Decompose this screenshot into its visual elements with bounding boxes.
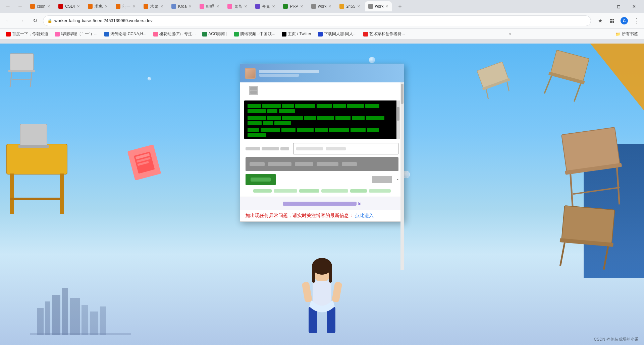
- tab-wy[interactable]: 问一 ✕: [112, 1, 139, 11]
- girl-character: [288, 251, 356, 345]
- close-button[interactable]: ✕: [627, 1, 641, 12]
- forward-nav-button[interactable]: →: [16, 15, 27, 26]
- svg-line-26: [560, 243, 565, 266]
- card-scrollbar[interactable]: [400, 82, 404, 270]
- tab-bili[interactable]: 哔哩 ✕: [196, 1, 223, 11]
- tab-pikp[interactable]: PikP ✕: [280, 1, 307, 11]
- svg-rect-52: [250, 91, 257, 94]
- tab-close-icon[interactable]: ✕: [385, 4, 388, 9]
- chair-topright: [537, 45, 597, 109]
- link-blur-3: [299, 189, 319, 193]
- form-input-box[interactable]: [293, 143, 398, 154]
- new-tab-button[interactable]: +: [394, 1, 405, 12]
- small-gray-button[interactable]: [372, 176, 392, 183]
- bookmark-hh[interactable]: 鸿鹄论坛-CCNA,H...: [102, 30, 149, 38]
- url-bar[interactable]: 🔒 worker-falling-base-5eee.2453139969.wo…: [43, 15, 591, 26]
- menu-icon[interactable]: ⋮: [631, 16, 641, 26]
- tab-qg2[interactable]: 求鬼 ✕: [140, 1, 167, 11]
- tab-quark[interactable]: 夸克 ✕: [252, 1, 278, 11]
- tab-gc[interactable]: 鬼畜 ✕: [224, 1, 251, 11]
- bookmark-label: 哔哩哔哩（ ´ 一`）...: [61, 31, 98, 37]
- tab-close-icon[interactable]: ✕: [300, 4, 303, 9]
- bookmark-baidu[interactable]: 百度一下，你就知道: [3, 30, 51, 38]
- svg-line-17: [544, 75, 552, 94]
- tab-2455[interactable]: 2455 ✕: [336, 1, 364, 11]
- bookmark-label: 下载同人志·同人...: [324, 31, 357, 37]
- tab-qg1[interactable]: 求鬼 ✕: [85, 1, 111, 11]
- tab-favicon: [283, 4, 288, 9]
- reload-button[interactable]: ↻: [30, 15, 40, 26]
- svg-rect-32: [37, 308, 44, 335]
- tab-label: 求鬼: [95, 4, 103, 9]
- small-btn-dot: •: [397, 177, 398, 182]
- tab-close-icon[interactable]: ✕: [216, 4, 219, 9]
- tab-close-icon[interactable]: ✕: [47, 4, 50, 9]
- svg-rect-34: [52, 295, 60, 335]
- form-area: •: [240, 142, 404, 197]
- tab-close-icon[interactable]: ✕: [244, 4, 247, 9]
- terminal-section: }: [240, 98, 404, 142]
- bookmark-dl[interactable]: 下载同人志·同人...: [315, 30, 359, 38]
- card-scroll-thumb[interactable]: [401, 84, 404, 104]
- tab-favicon: [144, 4, 148, 9]
- tab-close-icon[interactable]: ✕: [77, 4, 80, 9]
- bili-favicon: [55, 32, 60, 37]
- tab-close-icon[interactable]: ✕: [328, 4, 331, 9]
- chair-bottom-right: [554, 202, 620, 274]
- tab-csdn[interactable]: csdn ✕: [27, 1, 54, 11]
- title-bar: ← → csdn ✕ CSDI ✕ 求鬼 ✕ 问一 ✕ 求鬼 ✕: [0, 0, 644, 13]
- bookmark-acg[interactable]: ACG港湾 |: [200, 30, 230, 38]
- svg-line-6: [10, 72, 12, 87]
- svg-line-27: [604, 246, 608, 270]
- user-profile-icon[interactable]: G: [619, 16, 629, 26]
- restore-button[interactable]: ◻: [611, 1, 626, 12]
- link-blur-6: [369, 189, 391, 193]
- more-bookmarks-button[interactable]: »: [507, 30, 514, 38]
- bookmark-bili[interactable]: 哔哩哔哩（ ´ 一`）...: [52, 30, 100, 38]
- desk-yellow-left: [0, 124, 74, 221]
- svg-line-30: [485, 89, 490, 99]
- form-row-1: [246, 143, 398, 154]
- purple-link-text[interactable]: [283, 202, 357, 206]
- terminal-scroll-thumb[interactable]: [397, 107, 399, 121]
- bookmark-twitter-home[interactable]: 主页 / Twitter: [279, 30, 314, 38]
- tab-close-icon[interactable]: ✕: [357, 4, 360, 9]
- back-nav-button[interactable]: ←: [3, 15, 13, 26]
- bottom-notice: 如出现任何异常问题，请实时关注博客的最新信息： 点此进入: [240, 210, 404, 221]
- tab-work1[interactable]: work ✕: [308, 1, 335, 11]
- bookmark-sakura[interactable]: 樱花动漫(P) - 专注...: [151, 30, 199, 38]
- back-button[interactable]: ←: [3, 1, 13, 12]
- notice-link[interactable]: 点此进入: [355, 213, 374, 219]
- bookmark-all[interactable]: 📁 所有书签: [613, 30, 641, 38]
- tab-close-icon[interactable]: ✕: [132, 4, 136, 9]
- terminal-scrollbar[interactable]: [396, 100, 400, 139]
- page-background: CSDN @伪装成塔的小乘: [0, 44, 644, 345]
- acg-favicon: [202, 32, 207, 37]
- tab-close-icon[interactable]: ✕: [105, 4, 108, 9]
- minimize-button[interactable]: –: [596, 1, 610, 12]
- purple-link-suffix[interactable]: te: [358, 201, 362, 206]
- tab-krda[interactable]: Krda ✕: [168, 1, 195, 11]
- action-row: •: [246, 174, 398, 185]
- green-submit-button[interactable]: [246, 174, 276, 185]
- chair-float1: [475, 60, 515, 101]
- tab-label: 问一: [122, 4, 130, 9]
- tab-csdi[interactable]: CSDI ✕: [55, 1, 83, 11]
- svg-rect-11: [60, 174, 64, 214]
- extensions-icon[interactable]: [607, 16, 617, 26]
- url-text[interactable]: worker-falling-base-5eee.2453139969.work…: [54, 18, 153, 23]
- svg-rect-1: [612, 19, 614, 20]
- bookmark-star-icon[interactable]: ★: [595, 16, 605, 26]
- tab-close-icon[interactable]: ✕: [189, 4, 192, 9]
- tab-close-icon[interactable]: ✕: [272, 4, 275, 9]
- tab-work2-active[interactable]: work ✕: [365, 1, 392, 11]
- bookmark-tencent[interactable]: 腾讯视频 - 中国领...: [231, 30, 278, 38]
- card-header: [240, 64, 404, 82]
- forward-button[interactable]: →: [15, 1, 25, 12]
- gray-bar-chunk-5: [342, 162, 357, 166]
- tab-favicon: [30, 4, 35, 9]
- secondary-actions: •: [372, 176, 398, 183]
- bookmark-artist[interactable]: 艺术家和创作者持...: [361, 30, 408, 38]
- gray-action-bar[interactable]: [246, 157, 398, 171]
- tab-close-icon[interactable]: ✕: [160, 4, 163, 9]
